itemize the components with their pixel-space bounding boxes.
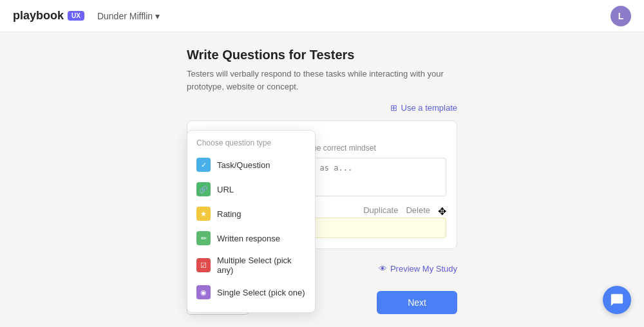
type-task-label: Task/Question	[217, 160, 270, 170]
type-url-label: URL	[217, 185, 234, 194]
avatar[interactable]: L	[611, 6, 631, 26]
type-multiple-select[interactable]: ☑ Multiple Select (pick any)	[187, 250, 315, 280]
eye-icon: 👁	[379, 264, 387, 274]
preview-link[interactable]: 👁 Preview My Study	[379, 264, 457, 274]
preview-label: Preview My Study	[390, 264, 457, 274]
url-icon: 🔗	[196, 182, 211, 196]
type-url[interactable]: 🔗 URL	[187, 177, 315, 201]
header-left: playbook UX Dunder Mifflin ▾	[13, 9, 160, 23]
type-multiple-label: Multiple Select (pick any)	[217, 256, 306, 275]
workspace-name: Dunder Mifflin	[97, 11, 153, 21]
header: playbook UX Dunder Mifflin ▾ L	[0, 0, 644, 32]
page-subtitle: Testers will verbally respond to these t…	[187, 68, 457, 93]
chat-support-button[interactable]	[603, 286, 631, 314]
page-title: Write Questions for Testers	[187, 48, 457, 62]
rating-icon: ★	[196, 207, 211, 221]
question-type-dropdown: Choose question type ✓ Task/Question 🔗 U…	[187, 130, 316, 313]
main-content: Write Questions for Testers Testers will…	[0, 32, 644, 327]
type-single-select[interactable]: ◉ Single Select (pick one)	[187, 280, 315, 304]
workspace-selector[interactable]: Dunder Mifflin ▾	[97, 11, 160, 21]
type-rating[interactable]: ★ Rating	[187, 201, 315, 226]
type-single-label: Single Select (pick one)	[217, 288, 305, 297]
logo: playbook UX	[13, 9, 84, 23]
type-rating-label: Rating	[217, 209, 242, 219]
logo-text: playbook	[13, 9, 64, 23]
type-written-label: Written response	[217, 234, 280, 243]
task-question-icon: ✓	[196, 158, 211, 172]
dropdown-title: Choose question type	[187, 138, 315, 153]
chevron-down-icon: ▾	[155, 11, 160, 21]
logo-badge: UX	[68, 11, 84, 21]
chat-icon	[610, 293, 624, 307]
type-task-question[interactable]: ✓ Task/Question	[187, 153, 315, 177]
template-link[interactable]: ⊞ Use a template	[187, 103, 457, 113]
next-button[interactable]: Next	[377, 291, 457, 314]
template-icon: ⊞	[390, 103, 397, 113]
type-written-response[interactable]: ✏ Written response	[187, 226, 315, 250]
multiple-select-icon: ☑	[196, 258, 211, 272]
move-icon: ✥	[438, 205, 446, 218]
written-response-icon: ✏	[196, 231, 211, 245]
duplicate-button[interactable]: Duplicate	[363, 205, 398, 218]
template-link-label: Use a template	[401, 103, 457, 113]
single-select-icon: ◉	[196, 285, 211, 299]
delete-button[interactable]: Delete	[406, 205, 430, 218]
